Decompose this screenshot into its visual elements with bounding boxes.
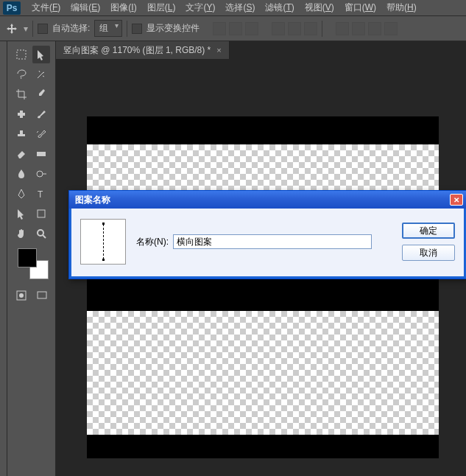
foreground-color[interactable] <box>18 248 37 267</box>
divider <box>32 21 33 37</box>
pattern-preview <box>80 219 126 265</box>
panel-strip <box>0 41 7 476</box>
quickmask-tool[interactable] <box>13 287 30 304</box>
menu-filter[interactable]: 滤镜(T) <box>260 0 299 15</box>
cancel-button[interactable]: 取消 <box>402 245 455 261</box>
healing-tool[interactable] <box>13 105 30 123</box>
divider <box>127 21 127 37</box>
name-input[interactable] <box>173 234 372 249</box>
zoom-tool[interactable] <box>32 225 50 242</box>
divider <box>322 21 322 37</box>
svg-rect-6 <box>38 210 45 217</box>
auto-select-checkbox[interactable] <box>38 24 48 34</box>
align-icon[interactable] <box>304 22 317 35</box>
align-icon[interactable] <box>272 22 285 35</box>
tab-title: 竖向图案 @ 1170% (图层 1, RGB/8) * <box>63 44 211 57</box>
menubar: Ps 文件(F) 编辑(E) 图像(I) 图层(L) 文字(Y) 选择(S) 滤… <box>0 0 466 16</box>
menu-type[interactable]: 文字(Y) <box>180 0 220 15</box>
menu-window[interactable]: 窗口(W) <box>339 0 381 15</box>
align-icon[interactable] <box>245 22 258 35</box>
options-bar: ▾ 自动选择: 组 显示变换控件 <box>0 16 466 41</box>
dialog-body: 名称(N): 确定 取消 <box>69 209 466 279</box>
svg-rect-10 <box>38 292 46 298</box>
lasso-tool[interactable] <box>13 66 30 83</box>
magic-wand-tool[interactable] <box>32 66 50 83</box>
align-icon[interactable] <box>288 22 301 35</box>
svg-rect-1 <box>18 113 25 116</box>
svg-rect-2 <box>20 111 23 118</box>
align-group-2 <box>272 22 317 35</box>
menu-image[interactable]: 图像(I) <box>105 0 141 15</box>
brush-tool[interactable] <box>32 105 50 123</box>
canvas-stripe <box>87 435 439 458</box>
group-dropdown[interactable]: 组 <box>94 20 122 37</box>
menu-file[interactable]: 文件(F) <box>27 0 66 15</box>
align-icon[interactable] <box>384 22 398 35</box>
dialog-titlebar[interactable]: 图案名称 ✕ <box>69 191 466 209</box>
align-group-1 <box>213 22 258 35</box>
menu-help[interactable]: 帮助(H) <box>381 0 422 15</box>
color-swatches[interactable] <box>18 248 49 279</box>
document-tab[interactable]: 竖向图案 @ 1170% (图层 1, RGB/8) * × <box>56 41 230 59</box>
menu-edit[interactable]: 编辑(E) <box>66 0 105 15</box>
close-icon[interactable]: × <box>216 46 221 55</box>
svg-text:T: T <box>38 189 43 199</box>
path-select-tool[interactable] <box>13 205 30 223</box>
auto-select-label: 自动选择: <box>52 22 90 35</box>
type-tool[interactable]: T <box>32 185 50 203</box>
eraser-tool[interactable] <box>13 145 30 163</box>
svg-point-9 <box>19 293 24 298</box>
pen-tool[interactable] <box>13 185 30 203</box>
menu-select[interactable]: 选择(S) <box>220 0 260 15</box>
screenmode-tool[interactable] <box>33 287 51 304</box>
menu-layer[interactable]: 图层(L) <box>142 0 181 15</box>
app-logo: Ps <box>3 1 21 15</box>
dialog-title: 图案名称 <box>75 194 450 206</box>
align-icon[interactable] <box>213 22 226 35</box>
hand-tool[interactable] <box>13 225 30 242</box>
crop-tool[interactable] <box>13 85 30 103</box>
align-icon[interactable] <box>368 22 381 35</box>
align-icon[interactable] <box>352 22 365 35</box>
svg-rect-0 <box>17 50 26 59</box>
canvas-checker <box>87 311 439 435</box>
name-label: 名称(N): <box>136 236 169 248</box>
history-brush-tool[interactable] <box>32 125 50 143</box>
move-tool[interactable] <box>32 46 50 63</box>
show-transform-checkbox[interactable] <box>132 24 142 34</box>
canvas-stripe <box>87 116 439 144</box>
svg-point-7 <box>38 230 43 236</box>
eyedropper-tool[interactable] <box>32 85 50 103</box>
svg-point-4 <box>37 171 43 177</box>
distribute-group <box>336 22 398 35</box>
stamp-tool[interactable] <box>13 125 30 143</box>
show-transform-label: 显示变换控件 <box>146 22 200 35</box>
canvas-stripe <box>87 279 439 311</box>
tool-panel: T <box>7 41 56 476</box>
svg-rect-8 <box>17 291 26 300</box>
pattern-name-dialog: 图案名称 ✕ 名称(N): 确定 取消 <box>68 190 466 279</box>
svg-rect-3 <box>37 152 46 156</box>
move-tool-icon <box>4 21 19 36</box>
blur-tool[interactable] <box>13 165 30 183</box>
menu-view[interactable]: 视图(V) <box>300 0 339 15</box>
dodge-tool[interactable] <box>32 165 50 183</box>
ok-button[interactable]: 确定 <box>402 223 455 239</box>
shape-tool[interactable] <box>32 205 50 223</box>
marquee-tool[interactable] <box>13 46 30 63</box>
close-button[interactable]: ✕ <box>450 194 463 206</box>
align-icon[interactable] <box>336 22 349 35</box>
align-icon[interactable] <box>229 22 242 35</box>
gradient-tool[interactable] <box>32 145 50 163</box>
